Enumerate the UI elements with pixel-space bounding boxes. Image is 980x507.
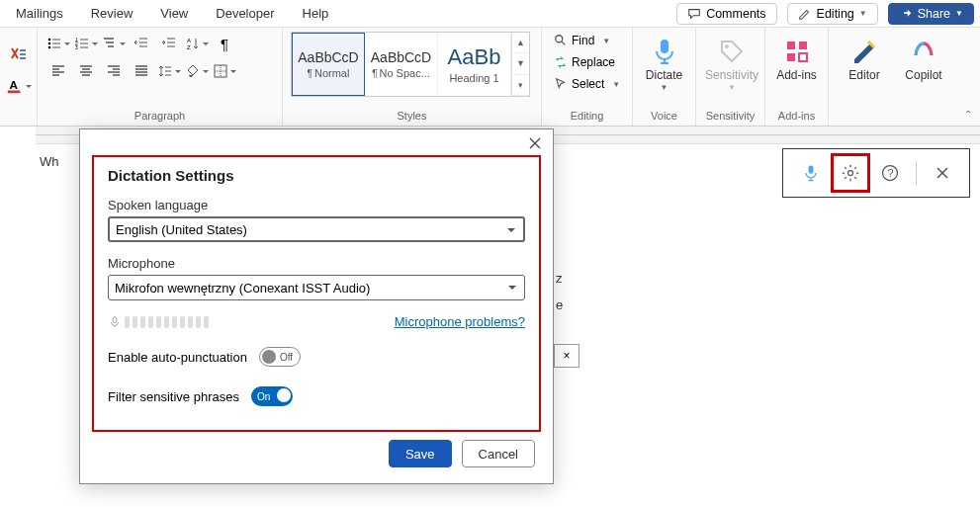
card-close-fragment[interactable]: ×	[554, 344, 579, 368]
toggle-state: On	[257, 391, 270, 402]
copilot-button[interactable]: Copilot	[896, 32, 951, 86]
ribbon-group-font: A	[0, 28, 38, 126]
select-label: Select	[572, 77, 604, 91]
dictation-mic-button[interactable]	[791, 153, 831, 193]
spoken-language-select[interactable]: English (United States)	[108, 216, 525, 242]
line-spacing-button[interactable]	[156, 59, 182, 83]
auto-punctuation-toggle[interactable]: Off	[259, 347, 301, 367]
shading-button[interactable]	[184, 59, 210, 83]
sensitivity-button[interactable]: Sensitivity ▼	[704, 32, 759, 97]
scroll-down-icon[interactable]: ▼	[512, 53, 529, 74]
replace-button[interactable]: Replace	[550, 53, 624, 71]
expand-gallery-icon[interactable]: ▾	[512, 75, 529, 96]
chevron-down-icon: ▼	[859, 9, 867, 18]
save-button[interactable]: Save	[389, 440, 452, 467]
replace-icon	[554, 55, 568, 69]
spoken-language-label: Spoken language	[108, 198, 525, 212]
bullets-button[interactable]	[45, 32, 71, 55]
paragraph-group-label: Paragraph	[45, 108, 274, 124]
doc-text-fragment: z e	[556, 158, 563, 317]
align-left-button[interactable]	[45, 59, 71, 83]
microphone-select[interactable]: Mikrofon wewnętrzny (Conexant ISST Audio…	[108, 275, 525, 300]
style-name: Heading 1	[449, 72, 498, 84]
style-preview: AaBbCcD	[371, 49, 431, 65]
dictation-settings-dialog: Dictation Settings Spoken language Engli…	[79, 128, 554, 484]
dictation-close-button[interactable]	[923, 153, 962, 193]
editing-mode-button[interactable]: Editing ▼	[787, 3, 878, 25]
ribbon-group-styles: AaBbCcD ¶Normal AaBbCcD ¶No Spac... AaBb…	[283, 28, 542, 126]
style-name: ¶Normal	[308, 67, 350, 79]
chevron-down-icon: ▼	[612, 80, 620, 89]
cancel-button[interactable]: Cancel	[462, 440, 535, 467]
svg-text:Z: Z	[187, 44, 191, 50]
separator	[916, 161, 917, 185]
chevron-down-icon: ▼	[661, 84, 668, 93]
microphone-value: Mikrofon wewnętrzny (Conexant ISST Audio…	[115, 281, 370, 296]
find-button[interactable]: Find ▼	[550, 32, 624, 49]
auto-punctuation-label: Enable auto-punctuation	[108, 350, 247, 365]
addins-button[interactable]: Add-ins	[773, 32, 820, 86]
pencil-icon	[798, 7, 812, 21]
style-heading-1[interactable]: AaBb Heading 1	[438, 33, 511, 96]
editor-button[interactable]: Editor	[837, 32, 892, 86]
chevron-down-icon: ▼	[955, 9, 963, 18]
svg-rect-15	[799, 42, 807, 49]
filter-phrases-label: Filter sensitive phrases	[108, 389, 239, 404]
svg-rect-12	[661, 40, 668, 53]
menu-developer[interactable]: Developer	[204, 2, 286, 25]
svg-rect-17	[799, 53, 807, 61]
increase-indent-button[interactable]	[156, 32, 182, 55]
filter-phrases-toggle[interactable]: On	[251, 386, 293, 406]
dictate-button[interactable]: Dictate ▼	[641, 32, 687, 97]
styles-gallery[interactable]: AaBbCcD ¶Normal AaBbCcD ¶No Spac... AaBb…	[291, 32, 530, 97]
dictation-settings-button[interactable]	[831, 153, 870, 193]
document-text: Wh	[40, 154, 59, 169]
help-icon: ?	[880, 163, 900, 183]
dictation-toolbar: ?	[782, 148, 970, 198]
svg-text:3: 3	[75, 44, 78, 50]
sensitivity-label: Sensitivity	[705, 69, 758, 82]
style-normal[interactable]: AaBbCcD ¶Normal	[292, 33, 365, 96]
style-preview: AaBb	[448, 44, 501, 70]
dictation-help-button[interactable]: ?	[870, 153, 910, 193]
svg-rect-18	[808, 166, 813, 174]
align-right-button[interactable]	[101, 59, 127, 83]
multilevel-list-button[interactable]	[101, 32, 127, 55]
svg-point-4	[48, 46, 51, 49]
microphone-icon	[649, 36, 680, 67]
sort-button[interactable]: AZ	[184, 32, 210, 55]
decrease-indent-button[interactable]	[129, 32, 154, 55]
scroll-up-icon[interactable]: ▲	[512, 33, 529, 53]
menu-view[interactable]: View	[148, 2, 200, 25]
share-button[interactable]: Share ▼	[888, 3, 974, 25]
dialog-close-button[interactable]	[521, 131, 549, 155]
styles-pane-icon[interactable]	[6, 42, 32, 66]
menu-help[interactable]: Help	[291, 2, 341, 25]
microphone-label: Microphone	[108, 256, 525, 271]
ribbon-group-assist: Editor Copilot	[829, 28, 959, 126]
style-no-spacing[interactable]: AaBbCcD ¶No Spac...	[365, 33, 438, 96]
ribbon-group-label	[8, 108, 29, 124]
numbering-button[interactable]: 123	[73, 32, 99, 55]
gear-icon	[841, 163, 860, 183]
microphone-problems-link[interactable]: Microphone problems?	[395, 314, 525, 329]
justify-button[interactable]	[129, 59, 154, 83]
font-color-button[interactable]: A	[6, 74, 32, 98]
align-center-button[interactable]	[73, 59, 99, 83]
cursor-icon	[554, 77, 568, 91]
collapse-ribbon-icon[interactable]: ⌃	[964, 109, 972, 120]
addins-label: Add-ins	[776, 69, 817, 82]
ribbon-group-voice: Dictate ▼ Voice	[633, 28, 696, 126]
select-button[interactable]: Select ▼	[550, 75, 624, 93]
spoken-language-value: English (United States)	[116, 222, 247, 237]
menu-mailings[interactable]: Mailings	[4, 2, 75, 25]
comments-button[interactable]: Comments	[676, 3, 776, 25]
ribbon-group-paragraph: 123 AZ ¶ Paragraph	[38, 28, 283, 126]
styles-scroll[interactable]: ▲ ▼ ▾	[511, 33, 529, 96]
addins-group-label: Add-ins	[773, 108, 820, 124]
show-marks-button[interactable]: ¶	[212, 32, 237, 55]
svg-point-19	[847, 171, 852, 176]
voice-group-label: Voice	[641, 108, 687, 124]
borders-button[interactable]	[212, 59, 237, 83]
menu-review[interactable]: Review	[79, 2, 145, 25]
